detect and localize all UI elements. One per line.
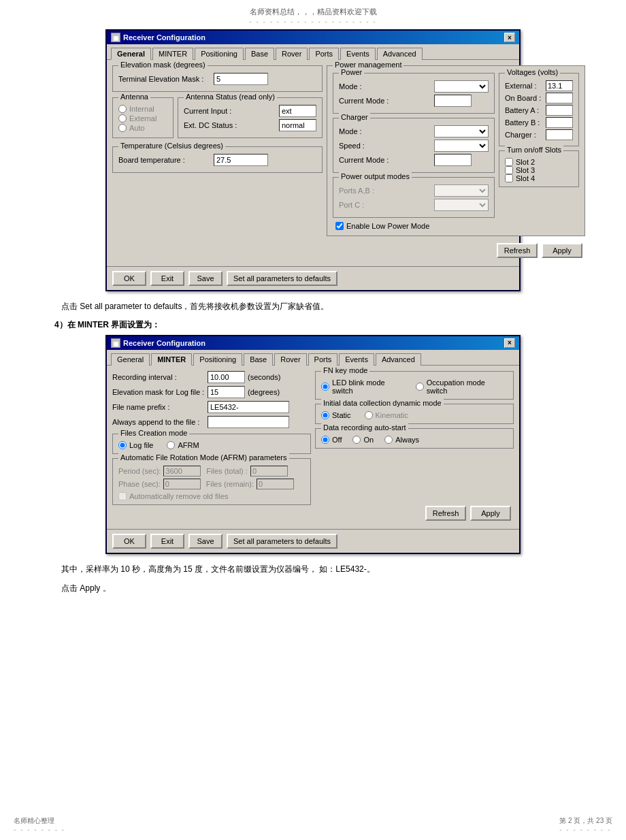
- dialog2-ok-button[interactable]: OK: [112, 534, 146, 549]
- radio-internal[interactable]: Internal: [118, 105, 167, 113]
- external-field[interactable]: [546, 80, 573, 91]
- slot2-check[interactable]: [505, 158, 513, 166]
- prefix-input[interactable]: [208, 401, 289, 413]
- dialog2-exit-button[interactable]: Exit: [150, 534, 184, 549]
- ext-dc-label: Ext. DC Status :: [184, 121, 279, 129]
- voltages-group: Voltages (volts) External : On Board :: [499, 73, 579, 146]
- afrm-params-group: Automatic File Rotation Mode (AFRM) para…: [112, 458, 311, 505]
- footer-right-area: 第 2 页，共 23 页 - - - - - - - -: [559, 816, 612, 833]
- charger-current-field[interactable]: [434, 154, 472, 166]
- static-radio[interactable]: Static: [321, 411, 351, 419]
- always-append-label: Always append to the file :: [112, 418, 208, 426]
- slot4-check[interactable]: [505, 174, 513, 182]
- terminal-input[interactable]: [214, 73, 268, 85]
- tab-ports[interactable]: Ports: [309, 48, 339, 60]
- radio-auto[interactable]: Auto: [118, 124, 167, 132]
- files-remain-input: [257, 479, 294, 489]
- temp-group-title: Temperature (Celsius degrees): [118, 142, 225, 150]
- tab2-base[interactable]: Base: [244, 353, 273, 366]
- charger-speed-select[interactable]: [434, 140, 489, 152]
- elevation-log-input[interactable]: [208, 386, 245, 398]
- ext-dc-field[interactable]: [279, 119, 316, 131]
- elevation-unit: (degrees): [248, 388, 280, 396]
- power-mode-select[interactable]: [434, 80, 489, 93]
- tab2-ports[interactable]: Ports: [308, 353, 338, 366]
- tab2-general[interactable]: General: [111, 353, 150, 366]
- initial-dc-group: Initial data collection dynamic mode Sta…: [315, 404, 514, 424]
- port-c-select: [434, 199, 489, 211]
- radio-external[interactable]: External: [118, 114, 167, 123]
- antenna-status-title: Antenna Status (read only): [184, 93, 277, 101]
- dialog2-apply-button[interactable]: Apply: [470, 506, 511, 521]
- antenna-status-group: Antenna Status (read only) Current Input…: [178, 97, 323, 138]
- on-label: On: [363, 436, 374, 444]
- onboard-label: On Board :: [505, 94, 546, 102]
- dialog1-footer: OK Exit Save Set all parameters to defau…: [107, 266, 519, 290]
- charger-mode-label: Mode :: [339, 127, 434, 135]
- power-output-title: Power output modes: [339, 172, 412, 180]
- dialog2-save-button[interactable]: Save: [188, 534, 223, 549]
- slot3-check[interactable]: [505, 166, 513, 174]
- led-blink-radio[interactable]: LED blink mode switch: [321, 378, 408, 395]
- recording-label: Recording interval :: [112, 373, 208, 381]
- tab-rover[interactable]: Rover: [276, 48, 308, 60]
- dialog1-save-button[interactable]: Save: [188, 271, 223, 286]
- dialog2-close-button[interactable]: ×: [504, 338, 515, 348]
- dialog1-set-defaults-button[interactable]: Set all parameters to defaults: [227, 271, 337, 286]
- ports-ab-label: Ports A,B :: [339, 187, 434, 195]
- dialog1-refresh-button[interactable]: Refresh: [497, 243, 538, 258]
- dialog1-exit-button[interactable]: Exit: [150, 271, 184, 286]
- log-file-radio[interactable]: Log file: [118, 441, 153, 449]
- page: 名师资料总结，，，精品资料欢迎下载 - - - - - - - - - - - …: [0, 0, 626, 840]
- tab2-events[interactable]: Events: [339, 353, 374, 366]
- slots-title: Turn on/off Slots: [505, 146, 563, 154]
- dialog1-action-btns: Refresh Apply: [327, 240, 585, 261]
- tab2-advanced[interactable]: Advanced: [376, 353, 421, 366]
- enable-low-power-check[interactable]: [335, 222, 344, 230]
- charger-current-label: Current Mode :: [339, 156, 434, 164]
- battery-b-field[interactable]: [546, 117, 573, 128]
- on-radio[interactable]: On: [352, 436, 374, 444]
- log-file-label: Log file: [129, 441, 153, 449]
- occupation-radio[interactable]: Occupation mode switch: [416, 378, 508, 395]
- tab-positioning[interactable]: Positioning: [195, 48, 244, 60]
- current-input-field[interactable]: [279, 105, 316, 117]
- current-mode-field[interactable]: [434, 95, 472, 107]
- dialog2-set-defaults-button[interactable]: Set all parameters to defaults: [227, 534, 337, 549]
- always-append-input[interactable]: [208, 416, 289, 428]
- tab-base[interactable]: Base: [245, 48, 274, 60]
- files-remain-label: Files (remain):: [206, 480, 254, 488]
- dialog1-close-button[interactable]: ×: [504, 33, 515, 42]
- dialog2-refresh-button[interactable]: Refresh: [425, 506, 466, 521]
- dialog1-ok-button[interactable]: OK: [112, 271, 146, 286]
- always-radio[interactable]: Always: [384, 436, 419, 444]
- charger-mode-select[interactable]: [434, 125, 489, 138]
- dialog1-apply-button[interactable]: Apply: [542, 243, 582, 258]
- tab-minter[interactable]: MINTER: [152, 48, 193, 60]
- page-footer: 名师精心整理 - - - - - - - - 第 2 页，共 23 页 - - …: [0, 816, 626, 833]
- tab2-minter[interactable]: MINTER: [151, 353, 192, 366]
- tab-events[interactable]: Events: [340, 48, 376, 60]
- tab2-positioning[interactable]: Positioning: [193, 353, 242, 366]
- initial-dc-title: Initial data collection dynamic mode: [321, 399, 444, 407]
- tab-general[interactable]: General: [111, 48, 151, 60]
- tab2-rover[interactable]: Rover: [274, 353, 306, 366]
- recording-input[interactable]: [208, 371, 245, 383]
- tab-advanced[interactable]: Advanced: [377, 48, 423, 60]
- afrm-params-title: Automatic File Rotation Mode (AFRM) para…: [118, 453, 289, 462]
- led-blink-label: LED blink mode switch: [332, 378, 408, 395]
- text1: 点击 Set all parameter to defaults，首先将接收机参…: [61, 300, 585, 313]
- afrm-radio[interactable]: AFRM: [167, 441, 199, 449]
- battery-a-field[interactable]: [546, 105, 573, 116]
- off-radio[interactable]: Off: [321, 436, 342, 444]
- charger-v-label: Charger :: [505, 131, 546, 139]
- dialog1-titlebar: ▣ Receiver Configuration ×: [107, 31, 519, 44]
- kinematic-radio[interactable]: Kinematic: [365, 411, 408, 419]
- dialog2-icon: ▣: [111, 338, 120, 348]
- board-temp-field[interactable]: [214, 154, 268, 166]
- enable-low-power-row: Enable Low Power Mode: [335, 222, 495, 230]
- onboard-field[interactable]: [546, 93, 573, 103]
- charger-v-field[interactable]: [546, 129, 573, 140]
- dialog1-tabs: General MINTER Positioning Base Rover Po…: [107, 44, 519, 60]
- afrm-label: AFRM: [178, 441, 199, 449]
